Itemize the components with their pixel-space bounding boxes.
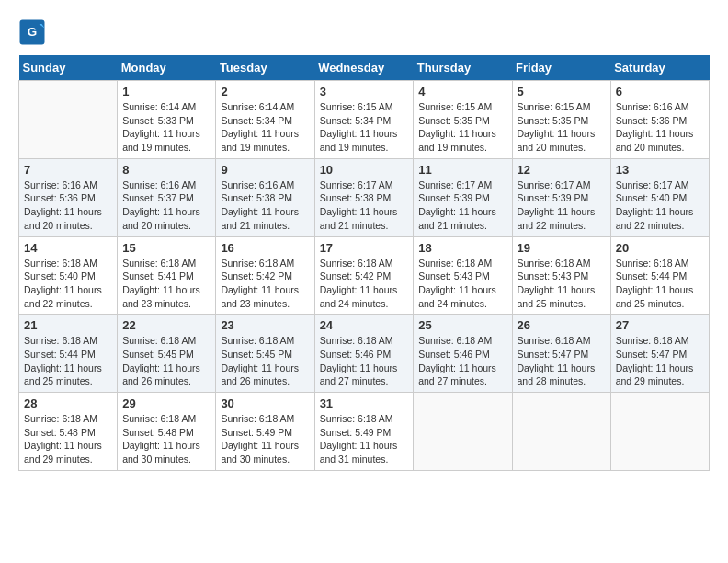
calendar-cell: 21Sunrise: 6:18 AM Sunset: 5:44 PM Dayli… — [19, 315, 118, 393]
calendar-cell: 5Sunrise: 6:15 AM Sunset: 5:35 PM Daylig… — [512, 81, 610, 159]
day-info: Sunrise: 6:18 AM Sunset: 5:46 PM Dayligh… — [418, 334, 506, 388]
day-info: Sunrise: 6:18 AM Sunset: 5:44 PM Dayligh… — [616, 257, 704, 311]
calendar-cell: 26Sunrise: 6:18 AM Sunset: 5:47 PM Dayli… — [512, 315, 610, 393]
day-info: Sunrise: 6:18 AM Sunset: 5:46 PM Dayligh… — [320, 334, 409, 388]
day-number: 29 — [122, 396, 210, 410]
day-info: Sunrise: 6:15 AM Sunset: 5:34 PM Dayligh… — [320, 100, 409, 155]
day-number: 18 — [418, 241, 506, 255]
calendar-cell: 10Sunrise: 6:17 AM Sunset: 5:38 PM Dayli… — [314, 158, 414, 236]
day-number: 30 — [221, 396, 309, 410]
day-info: Sunrise: 6:17 AM Sunset: 5:40 PM Dayligh… — [616, 178, 704, 233]
day-info: Sunrise: 6:18 AM Sunset: 5:47 PM Dayligh… — [616, 334, 704, 388]
svg-text:G: G — [28, 25, 38, 39]
week-row-2: 7Sunrise: 6:16 AM Sunset: 5:36 PM Daylig… — [19, 158, 710, 236]
day-info: Sunrise: 6:18 AM Sunset: 5:40 PM Dayligh… — [24, 257, 112, 311]
day-info: Sunrise: 6:17 AM Sunset: 5:38 PM Dayligh… — [320, 178, 409, 233]
day-number: 31 — [320, 396, 409, 410]
calendar-cell: 8Sunrise: 6:16 AM Sunset: 5:37 PM Daylig… — [118, 158, 216, 236]
calendar-cell: 17Sunrise: 6:18 AM Sunset: 5:42 PM Dayli… — [314, 236, 414, 315]
column-header-friday: Friday — [512, 55, 610, 81]
calendar-cell: 15Sunrise: 6:18 AM Sunset: 5:41 PM Dayli… — [118, 236, 216, 315]
page-header: G — [18, 18, 710, 46]
day-info: Sunrise: 6:18 AM Sunset: 5:45 PM Dayligh… — [221, 334, 309, 388]
day-number: 7 — [24, 163, 112, 177]
column-header-monday: Monday — [118, 55, 216, 81]
day-info: Sunrise: 6:16 AM Sunset: 5:38 PM Dayligh… — [221, 178, 309, 233]
calendar-cell: 11Sunrise: 6:17 AM Sunset: 5:39 PM Dayli… — [414, 158, 512, 236]
day-number: 28 — [24, 396, 112, 410]
day-number: 27 — [616, 318, 704, 332]
calendar-cell — [414, 393, 512, 471]
day-number: 5 — [518, 85, 606, 98]
day-number: 4 — [418, 85, 506, 98]
calendar-cell: 9Sunrise: 6:16 AM Sunset: 5:38 PM Daylig… — [216, 158, 314, 236]
day-number: 10 — [320, 163, 409, 177]
day-info: Sunrise: 6:18 AM Sunset: 5:48 PM Dayligh… — [122, 412, 210, 466]
column-header-saturday: Saturday — [610, 55, 709, 81]
calendar-cell: 22Sunrise: 6:18 AM Sunset: 5:45 PM Dayli… — [118, 315, 216, 393]
day-info: Sunrise: 6:17 AM Sunset: 5:39 PM Dayligh… — [418, 178, 506, 233]
day-info: Sunrise: 6:18 AM Sunset: 5:48 PM Dayligh… — [24, 412, 112, 466]
calendar-cell: 23Sunrise: 6:18 AM Sunset: 5:45 PM Dayli… — [216, 315, 314, 393]
day-number: 20 — [616, 241, 704, 255]
logo-icon: G — [18, 18, 46, 46]
day-info: Sunrise: 6:18 AM Sunset: 5:43 PM Dayligh… — [418, 257, 506, 311]
calendar-cell: 28Sunrise: 6:18 AM Sunset: 5:48 PM Dayli… — [19, 393, 118, 471]
calendar-cell: 14Sunrise: 6:18 AM Sunset: 5:40 PM Dayli… — [19, 236, 118, 315]
week-row-4: 21Sunrise: 6:18 AM Sunset: 5:44 PM Dayli… — [19, 315, 710, 393]
day-info: Sunrise: 6:17 AM Sunset: 5:39 PM Dayligh… — [518, 178, 606, 233]
calendar-cell: 16Sunrise: 6:18 AM Sunset: 5:42 PM Dayli… — [216, 236, 314, 315]
calendar-header: SundayMondayTuesdayWednesdayThursdayFrid… — [19, 55, 710, 81]
day-number: 13 — [616, 163, 704, 177]
day-number: 14 — [24, 241, 112, 255]
day-number: 19 — [518, 241, 606, 255]
week-row-1: 1Sunrise: 6:14 AM Sunset: 5:33 PM Daylig… — [19, 81, 710, 159]
day-number: 9 — [221, 163, 309, 177]
day-number: 1 — [122, 85, 210, 98]
calendar-cell: 4Sunrise: 6:15 AM Sunset: 5:35 PM Daylig… — [414, 81, 512, 159]
day-number: 12 — [518, 163, 606, 177]
day-info: Sunrise: 6:18 AM Sunset: 5:45 PM Dayligh… — [122, 334, 210, 388]
day-number: 16 — [221, 241, 309, 255]
day-info: Sunrise: 6:18 AM Sunset: 5:47 PM Dayligh… — [518, 334, 606, 388]
calendar-cell: 6Sunrise: 6:16 AM Sunset: 5:36 PM Daylig… — [610, 81, 709, 159]
column-header-wednesday: Wednesday — [314, 55, 414, 81]
day-number: 15 — [122, 241, 210, 255]
calendar-cell: 31Sunrise: 6:18 AM Sunset: 5:49 PM Dayli… — [314, 393, 414, 471]
calendar-cell: 27Sunrise: 6:18 AM Sunset: 5:47 PM Dayli… — [610, 315, 709, 393]
day-number: 2 — [221, 85, 309, 98]
column-header-sunday: Sunday — [19, 55, 118, 81]
calendar-table: SundayMondayTuesdayWednesdayThursdayFrid… — [18, 55, 710, 471]
calendar-cell: 3Sunrise: 6:15 AM Sunset: 5:34 PM Daylig… — [314, 81, 414, 159]
day-number: 26 — [518, 318, 606, 332]
calendar-cell: 2Sunrise: 6:14 AM Sunset: 5:34 PM Daylig… — [216, 81, 314, 159]
calendar-body: 1Sunrise: 6:14 AM Sunset: 5:33 PM Daylig… — [19, 81, 710, 471]
calendar-cell: 1Sunrise: 6:14 AM Sunset: 5:33 PM Daylig… — [118, 81, 216, 159]
day-number: 3 — [320, 85, 409, 98]
day-info: Sunrise: 6:18 AM Sunset: 5:43 PM Dayligh… — [518, 257, 606, 311]
calendar-cell — [610, 393, 709, 471]
day-info: Sunrise: 6:18 AM Sunset: 5:49 PM Dayligh… — [221, 412, 309, 466]
day-info: Sunrise: 6:15 AM Sunset: 5:35 PM Dayligh… — [518, 100, 606, 155]
day-number: 22 — [122, 318, 210, 332]
day-number: 21 — [24, 318, 112, 332]
day-number: 25 — [418, 318, 506, 332]
day-info: Sunrise: 6:16 AM Sunset: 5:37 PM Dayligh… — [122, 178, 210, 233]
calendar-cell: 24Sunrise: 6:18 AM Sunset: 5:46 PM Dayli… — [314, 315, 414, 393]
calendar-cell: 25Sunrise: 6:18 AM Sunset: 5:46 PM Dayli… — [414, 315, 512, 393]
day-info: Sunrise: 6:14 AM Sunset: 5:33 PM Dayligh… — [122, 100, 210, 155]
calendar-cell: 30Sunrise: 6:18 AM Sunset: 5:49 PM Dayli… — [216, 393, 314, 471]
day-number: 11 — [418, 163, 506, 177]
calendar-cell: 19Sunrise: 6:18 AM Sunset: 5:43 PM Dayli… — [512, 236, 610, 315]
column-header-thursday: Thursday — [414, 55, 512, 81]
day-number: 17 — [320, 241, 409, 255]
day-info: Sunrise: 6:18 AM Sunset: 5:44 PM Dayligh… — [24, 334, 112, 388]
calendar-cell: 18Sunrise: 6:18 AM Sunset: 5:43 PM Dayli… — [414, 236, 512, 315]
day-number: 8 — [122, 163, 210, 177]
logo: G — [18, 18, 48, 46]
header-row: SundayMondayTuesdayWednesdayThursdayFrid… — [19, 55, 710, 81]
day-number: 6 — [616, 85, 704, 98]
calendar-cell — [512, 393, 610, 471]
calendar-cell: 13Sunrise: 6:17 AM Sunset: 5:40 PM Dayli… — [610, 158, 709, 236]
day-info: Sunrise: 6:14 AM Sunset: 5:34 PM Dayligh… — [221, 100, 309, 155]
